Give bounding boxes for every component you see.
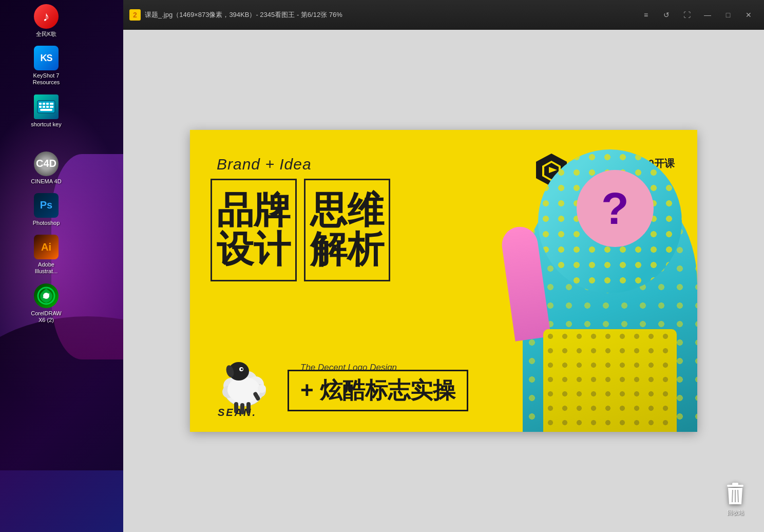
recycle-bin-svg bbox=[724, 481, 747, 506]
svg-rect-8 bbox=[50, 106, 53, 108]
keyshot-icon-label: KeyShot 7 Resources bbox=[33, 72, 60, 86]
desktop-icon-cinema4d[interactable]: C4D CINEMA 4D bbox=[26, 147, 67, 189]
desktop-icon-list: ♪ 全民K歌 KS KeyShot 7 Resources bbox=[26, 0, 67, 328]
titlebar-title: 课题_.jpg（1469×873像素，394KB）- 2345看图王 - 第6/… bbox=[145, 10, 633, 20]
brand-idea-text: Brand + Idea bbox=[217, 156, 312, 173]
recycle-bin-label: 回收站 bbox=[727, 509, 744, 517]
photoshop-icon: Ps bbox=[34, 193, 59, 218]
svg-line-35 bbox=[732, 490, 733, 502]
desktop-icon-keyshot[interactable]: KS KeyShot 7 Resources bbox=[26, 42, 67, 90]
recycle-bin-icon bbox=[722, 480, 749, 507]
character-skirt bbox=[543, 329, 677, 432]
shortcut-icon-label: shortcut key bbox=[31, 121, 61, 128]
svg-point-32 bbox=[258, 385, 266, 393]
minimize-button[interactable]: — bbox=[698, 6, 717, 24]
title-box-1-text: 品牌设计 bbox=[217, 191, 291, 269]
svg-point-26 bbox=[241, 368, 243, 370]
svg-rect-9 bbox=[40, 109, 52, 111]
character-area: ? bbox=[502, 144, 697, 432]
sheep-character-svg bbox=[211, 345, 277, 416]
rotate-button[interactable]: ↺ bbox=[657, 6, 676, 24]
maximize-button[interactable]: □ bbox=[719, 6, 737, 24]
svg-rect-2 bbox=[43, 103, 45, 105]
singing-icon-label: 全民K歌 bbox=[36, 31, 56, 37]
titlebar-controls: ≡ ↺ ⛶ — □ ✕ bbox=[637, 6, 758, 24]
desktop-icon-shortcut[interactable]: shortcut key bbox=[26, 90, 67, 132]
desktop-icon-coreldraw[interactable]: CorelDRAW X6 (2) bbox=[26, 279, 67, 328]
photoshop-icon-label: Photoshop bbox=[33, 220, 60, 226]
svg-rect-5 bbox=[39, 106, 42, 108]
svg-point-23 bbox=[227, 377, 260, 403]
app-titlebar: 2 课题_.jpg（1469×873像素，394KB）- 2345看图王 - 第… bbox=[123, 0, 764, 30]
title-boxes: 品牌设计 思维解析 bbox=[211, 179, 390, 281]
menu-button[interactable]: ≡ bbox=[637, 6, 655, 24]
app-icon: 2 bbox=[129, 9, 141, 21]
close-button[interactable]: ✕ bbox=[739, 6, 758, 24]
sean-label: SEAN. bbox=[218, 407, 257, 419]
viewer-area: Brand + Idea 品牌设计 思维解析 bbox=[123, 30, 764, 532]
skirt-dots-overlay bbox=[543, 329, 677, 432]
singing-icon: ♪ bbox=[34, 4, 59, 29]
coreldraw-icon-label: CorelDRAW X6 (2) bbox=[31, 310, 62, 324]
shortcut-icon bbox=[34, 94, 59, 119]
cinema4d-icon: C4D bbox=[34, 151, 59, 176]
keyshot-icon: KS bbox=[34, 46, 59, 70]
svg-rect-4 bbox=[50, 103, 53, 105]
desktop-icon-photoshop[interactable]: Ps Photoshop bbox=[26, 189, 67, 231]
desktop-icon-illustrator[interactable]: Ai Adobe Illustrat... bbox=[26, 231, 67, 279]
svg-rect-6 bbox=[43, 106, 45, 108]
title-box-2-text: 思维解析 bbox=[310, 191, 384, 269]
image-card: Brand + Idea 品牌设计 思维解析 bbox=[190, 130, 697, 432]
question-mark-circle: ? bbox=[577, 170, 654, 247]
fullscreen-button[interactable]: ⛶ bbox=[678, 6, 696, 24]
svg-rect-1 bbox=[39, 103, 42, 105]
coreldraw-icon bbox=[34, 283, 59, 308]
svg-line-37 bbox=[738, 490, 738, 502]
cool-logo-box: + 炫酷标志实操 bbox=[288, 370, 468, 411]
title-box-2: 思维解析 bbox=[304, 179, 390, 281]
title-box-1: 品牌设计 bbox=[211, 179, 297, 281]
illustrator-icon-label: Adobe Illustrat... bbox=[35, 261, 58, 275]
desktop-icon-singing[interactable]: ♪ 全民K歌 bbox=[26, 0, 67, 42]
cool-logo-text: + 炫酷标志实操 bbox=[300, 375, 455, 406]
svg-rect-34 bbox=[732, 483, 738, 485]
svg-rect-7 bbox=[46, 106, 49, 108]
svg-rect-3 bbox=[46, 103, 49, 105]
cinema4d-icon-label: CINEMA 4D bbox=[31, 178, 61, 185]
illustrator-icon: Ai bbox=[34, 235, 59, 259]
recycle-bin[interactable]: 回收站 bbox=[722, 480, 749, 517]
